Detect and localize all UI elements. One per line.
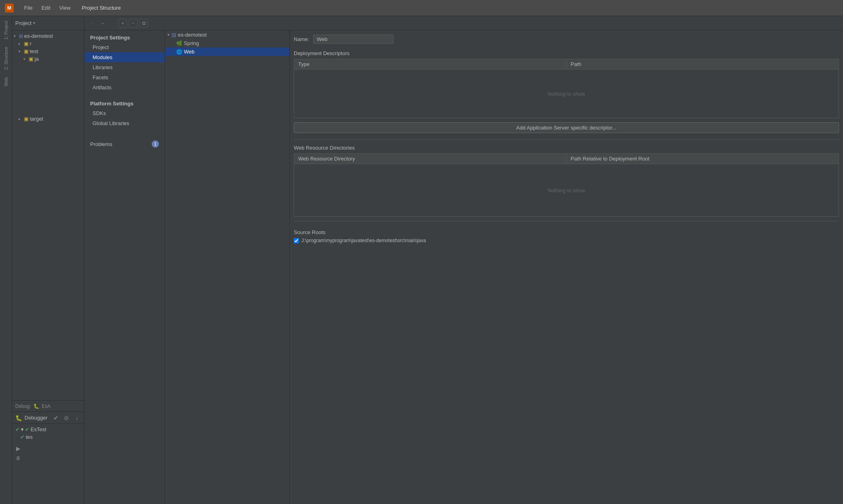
tree-item-ja[interactable]: ▾ ▣ ja	[12, 55, 84, 63]
wr-table-header: Web Resource Directory Path Relative to …	[294, 154, 839, 164]
title-bar: M File Edit View Project Structure	[0, 0, 843, 16]
debug-tes: tes	[26, 434, 33, 440]
bug-icon: 🐛	[15, 415, 22, 421]
project-panel: Project ▾ ▾ ▤ es-demotest ▸ ▣ r ▾ ▣ test…	[12, 16, 85, 504]
tree-item-target[interactable]: ▸ ▣ target	[12, 115, 84, 123]
problems-row[interactable]: Problems 1	[85, 136, 165, 150]
tree-item-test[interactable]: ▾ ▣ test	[12, 47, 84, 55]
tree-web-label: Web	[184, 49, 195, 55]
deployment-empty-text: Nothing to show	[548, 91, 585, 97]
debugger-content: ✔ ▾ ✔ EsTest ✔ tes ▶ ⏸	[12, 424, 84, 504]
tree-label: r	[30, 41, 31, 47]
chevron-icon: ▾	[14, 34, 18, 38]
web-resource-table: Web Resource Directory Path Relative to …	[294, 153, 839, 217]
menu-view[interactable]: View	[55, 3, 74, 12]
tree-item-r[interactable]: ▸ ▣ r	[12, 40, 84, 47]
project-panel-title: Project	[15, 20, 31, 26]
divider	[294, 140, 839, 140]
check-icon: ✔	[15, 426, 20, 432]
platform-settings-header: Platform Settings	[85, 97, 165, 108]
source-root-path: J:\program\myprogram\javatest\es-demotes…	[301, 238, 426, 243]
debug-run-item[interactable]: ✔ ▾ ✔ EsTest	[14, 426, 82, 433]
project-structure-dialog: ← → + − ⧉ Project Settings Project Modul…	[85, 16, 843, 504]
debug-value: EsA	[42, 403, 51, 409]
module-tree-panel: ▾ ▤ es-demotest 🌿 Spring 🌐 Web	[165, 31, 290, 504]
debug-label: Debug:	[15, 403, 31, 409]
forward-btn[interactable]: →	[98, 19, 107, 28]
chevron-icon: ▸	[19, 117, 23, 121]
deployment-descriptors-title: Deployment Descriptors	[294, 50, 839, 56]
chevron-icon: ▾	[19, 49, 23, 53]
window-title: Project Structure	[82, 5, 121, 11]
nav-artifacts[interactable]: Artifacts	[85, 82, 165, 93]
tree-spring[interactable]: 🌿 Spring	[165, 39, 289, 47]
play-btn[interactable]: ▶	[14, 444, 23, 453]
spring-icon: 🌿	[176, 41, 182, 46]
wr-directory-header: Web Resource Directory	[294, 154, 567, 164]
tree-spring-label: Spring	[184, 40, 199, 46]
menu-bar: File Edit View	[20, 3, 74, 12]
module-icon: ▤	[171, 32, 176, 38]
wr-empty-text: Nothing to show	[548, 187, 585, 193]
remove-btn[interactable]: −	[129, 19, 138, 28]
tree-item-es-demotest[interactable]: ▾ ▤ es-demotest	[12, 32, 84, 40]
debug-estest: EsTest	[31, 426, 46, 432]
step-btn[interactable]: ↓	[72, 413, 81, 422]
menu-file[interactable]: File	[20, 3, 37, 12]
nav-project[interactable]: Project	[85, 42, 165, 52]
debug-test-item[interactable]: ✔ tes	[14, 433, 82, 441]
chevron-down-icon[interactable]: ▾	[33, 21, 35, 26]
tree-root-es-demotest[interactable]: ▾ ▤ es-demotest	[165, 31, 289, 39]
sidebar-tab-structure[interactable]: Z: Structure	[2, 43, 10, 73]
back-btn[interactable]: ←	[88, 19, 97, 28]
divider-2	[294, 221, 839, 221]
project-panel-header: Project ▾	[12, 16, 84, 31]
web-icon: 🌐	[176, 49, 182, 55]
left-sidebar: 1: Project Z: Structure Web	[0, 16, 12, 504]
tree-web[interactable]: 🌐 Web	[165, 47, 289, 56]
problems-badge: 1	[152, 140, 159, 148]
nav-modules[interactable]: Modules	[85, 52, 165, 62]
tree-label: ja	[35, 56, 39, 62]
add-descriptor-btn[interactable]: Add Application Server specific descript…	[294, 122, 839, 133]
check-icon-2: ✔	[25, 426, 29, 432]
wr-table-body: Nothing to show	[294, 164, 839, 216]
type-column-header: Type	[294, 59, 567, 69]
chevron-expand-icon: ▾	[167, 32, 170, 37]
sidebar-tab-web[interactable]: Web	[2, 74, 10, 89]
stop-btn[interactable]: ⊘	[62, 413, 71, 422]
project-tree: ▾ ▤ es-demotest ▸ ▣ r ▾ ▣ test ▾ ▣ ja ▸	[12, 31, 84, 400]
folder-icon: ▣	[24, 48, 29, 54]
tree-label: target	[30, 116, 43, 122]
copy-btn[interactable]: ⧉	[139, 19, 148, 28]
app-icon: M	[5, 4, 14, 12]
nav-sdks[interactable]: SDKs	[85, 108, 165, 118]
chevron-icon: ▸	[19, 41, 23, 46]
dialog-body: Project Settings Project Modules Librari…	[85, 31, 843, 504]
tree-root-label: es-demotest	[178, 32, 207, 38]
tree-label: test	[30, 48, 38, 54]
sidebar-tab-project[interactable]: 1: Project	[2, 18, 10, 43]
pause-btn[interactable]: ⏸	[14, 454, 23, 463]
folder-icon: ▣	[24, 41, 29, 47]
table-header: Type Path	[294, 59, 839, 70]
project-settings-header: Project Settings	[85, 31, 165, 42]
nav-libraries[interactable]: Libraries	[85, 62, 165, 72]
folder-icon: ▣	[29, 56, 33, 62]
nav-facets[interactable]: Facets	[85, 72, 165, 82]
check-icon-3: ✔	[20, 434, 25, 440]
source-root-row: J:\program\myprogram\javatest\es-demotes…	[294, 238, 839, 243]
debug-bar: Debug: 🐛 EsA	[12, 400, 84, 411]
debug-run-label: ▾	[21, 426, 24, 432]
menu-edit[interactable]: Edit	[37, 3, 54, 12]
chevron-icon: ▾	[23, 57, 27, 61]
module-icon: ▤	[19, 33, 23, 39]
name-input[interactable]	[313, 35, 394, 44]
path-column-header: Path	[567, 59, 839, 69]
web-resource-title: Web Resource Directories	[294, 145, 839, 151]
add-btn[interactable]: +	[118, 19, 127, 28]
nav-global-libs[interactable]: Global Libraries	[85, 118, 165, 128]
source-root-checkbox[interactable]	[294, 238, 299, 243]
right-content-panel: Name: Deployment Descriptors Type Path N…	[290, 31, 843, 504]
resume-btn[interactable]: ✔	[52, 413, 60, 422]
